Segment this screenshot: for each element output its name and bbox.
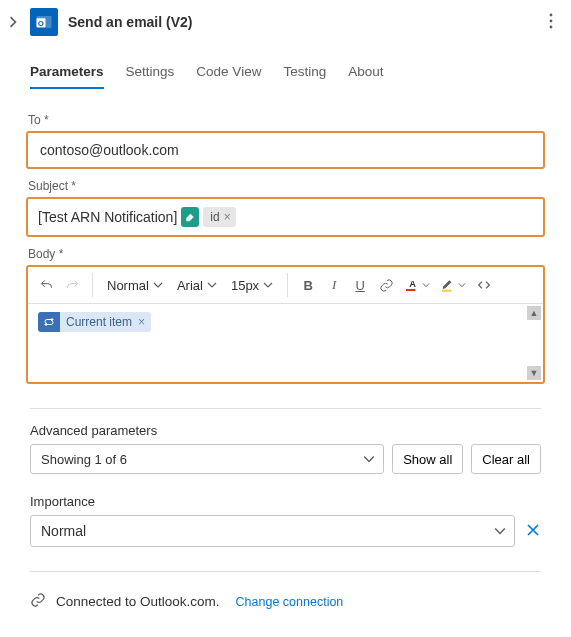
advanced-select[interactable]: Showing 1 of 6 — [30, 444, 384, 474]
tab-settings[interactable]: Settings — [126, 58, 175, 89]
outlook-icon: O — [30, 8, 58, 36]
connection-status: Connected to Outlook.com. — [56, 594, 220, 609]
subject-text: [Test ARN Notification] — [38, 209, 177, 225]
tab-about[interactable]: About — [348, 58, 383, 89]
link-button[interactable] — [374, 271, 398, 299]
rte-toolbar: Normal Arial 15px B I U A — [28, 267, 543, 304]
svg-point-4 — [550, 19, 553, 22]
font-value: Arial — [177, 278, 203, 293]
body-field: Normal Arial 15px B I U A — [26, 265, 545, 384]
subject-token-id[interactable]: id × — [203, 207, 235, 227]
underline-button[interactable]: U — [348, 271, 372, 299]
body-label: Body * — [28, 247, 543, 261]
style-value: Normal — [107, 278, 149, 293]
show-all-button[interactable]: Show all — [392, 444, 463, 474]
importance-value: Normal — [41, 523, 86, 539]
body-editor[interactable]: Current item × ▲ ▼ — [28, 304, 543, 382]
style-select[interactable]: Normal — [101, 271, 169, 299]
svg-point-5 — [550, 25, 553, 28]
dynamic-content-icon — [181, 207, 199, 227]
highlight-button[interactable] — [436, 271, 470, 299]
expand-caret[interactable] — [6, 16, 20, 28]
code-view-button[interactable] — [472, 271, 496, 299]
undo-button[interactable] — [34, 271, 58, 299]
tab-codeview[interactable]: Code View — [196, 58, 261, 89]
bold-button[interactable]: B — [296, 271, 320, 299]
redo-button[interactable] — [60, 271, 84, 299]
importance-clear-button[interactable] — [525, 522, 541, 541]
svg-text:A: A — [409, 279, 416, 289]
advanced-select-value: Showing 1 of 6 — [41, 452, 127, 467]
scroll-up-button[interactable]: ▲ — [527, 306, 541, 320]
svg-text:O: O — [38, 19, 44, 28]
svg-rect-8 — [442, 290, 451, 292]
chevron-down-icon — [363, 453, 375, 465]
font-color-button[interactable]: A — [400, 271, 434, 299]
tab-testing[interactable]: Testing — [283, 58, 326, 89]
link-icon — [30, 592, 46, 611]
size-select[interactable]: 15px — [225, 271, 279, 299]
to-input[interactable] — [38, 141, 533, 159]
token-label: Current item — [66, 315, 132, 329]
token-label: id — [210, 210, 219, 224]
advanced-label: Advanced parameters — [30, 423, 541, 438]
to-field[interactable] — [26, 131, 545, 169]
remove-token-icon[interactable]: × — [224, 210, 231, 224]
change-connection-link[interactable]: Change connection — [236, 595, 344, 609]
svg-point-3 — [550, 13, 553, 16]
clear-all-button[interactable]: Clear all — [471, 444, 541, 474]
remove-token-icon[interactable]: × — [138, 315, 145, 329]
subject-label: Subject * — [28, 179, 543, 193]
connection-row: Connected to Outlook.com. Change connect… — [0, 592, 571, 611]
scroll-down-button[interactable]: ▼ — [527, 366, 541, 380]
chevron-down-icon — [422, 281, 430, 289]
tab-bar: Parameters Settings Code View Testing Ab… — [0, 58, 571, 89]
tab-parameters[interactable]: Parameters — [30, 58, 104, 89]
chevron-down-icon — [494, 525, 506, 537]
size-value: 15px — [231, 278, 259, 293]
importance-label: Importance — [30, 494, 541, 509]
font-select[interactable]: Arial — [171, 271, 223, 299]
loop-icon — [38, 312, 60, 332]
body-token-current-item[interactable]: Current item × — [60, 312, 151, 332]
divider — [30, 571, 541, 572]
chevron-down-icon — [263, 280, 273, 290]
card-title: Send an email (V2) — [68, 14, 192, 30]
chevron-down-icon — [207, 280, 217, 290]
card-header: O Send an email (V2) — [0, 0, 571, 44]
svg-rect-7 — [406, 289, 415, 291]
chevron-down-icon — [458, 281, 466, 289]
italic-button[interactable]: I — [322, 271, 346, 299]
to-label: To * — [28, 113, 543, 127]
more-menu-icon[interactable] — [545, 9, 557, 36]
importance-select[interactable]: Normal — [30, 515, 515, 547]
chevron-down-icon — [153, 280, 163, 290]
subject-field[interactable]: [Test ARN Notification] id × — [26, 197, 545, 237]
